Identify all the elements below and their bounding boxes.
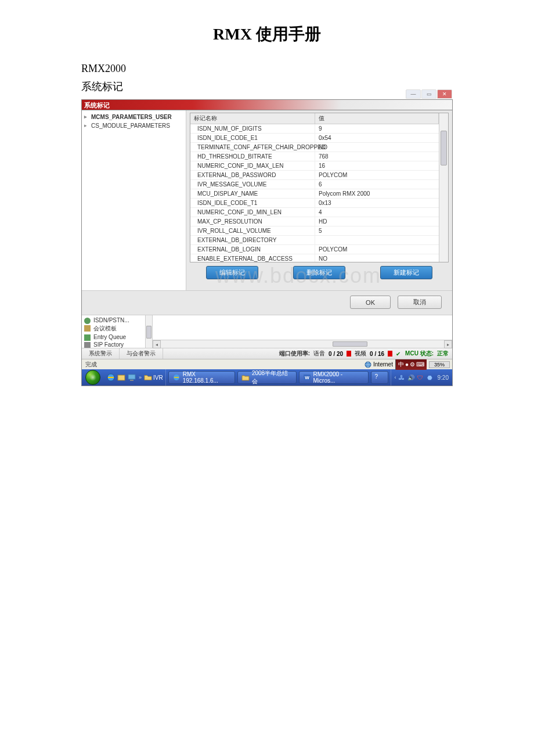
cell-value: 768 xyxy=(315,152,439,161)
zoom-level[interactable]: 35% xyxy=(429,361,450,368)
tray-expand-icon[interactable]: ‹ xyxy=(395,375,396,380)
cell-name: EXTERNAL_DB_PASSWORD xyxy=(190,171,315,179)
nav-scrollbar[interactable] xyxy=(146,315,153,348)
desktop-icon[interactable] xyxy=(127,373,136,382)
nav-scrollbar-thumb[interactable] xyxy=(146,326,151,339)
video-label: 视频 xyxy=(355,350,366,358)
table-row[interactable]: TERMINATE_CONF_AFTER_CHAIR_DROPPEDNO xyxy=(190,143,439,152)
table-row[interactable]: EXTERNAL_DB_PASSWORDPOLYCOM xyxy=(190,171,439,180)
ie-security-zone[interactable]: Internet xyxy=(365,361,393,368)
window-maximize-button[interactable]: ▭ xyxy=(421,89,436,99)
ie-icon[interactable] xyxy=(106,373,116,382)
content-area: ◂ ▸ xyxy=(153,315,452,348)
tree-item-mcms[interactable]: MCMS_PARAMETERS_USER xyxy=(82,113,186,121)
table-row[interactable]: EXTERNAL_DB_LOGINPOLYCOM xyxy=(190,245,439,254)
scrollbar-thumb[interactable] xyxy=(441,131,447,165)
cell-name: TERMINATE_CONF_AFTER_CHAIR_DROPPED xyxy=(190,143,315,152)
table-row[interactable]: EXTERNAL_DB_DIRECTORY xyxy=(190,236,439,245)
explorer-icon[interactable] xyxy=(117,373,126,382)
delete-flag-button[interactable]: 删除标记 xyxy=(293,266,345,279)
cancel-button[interactable]: 取消 xyxy=(398,296,442,309)
video-bar-icon xyxy=(388,351,392,357)
video-value: 0 / 16 xyxy=(370,351,384,357)
horizontal-scrollbar[interactable]: ◂ ▸ xyxy=(153,340,452,348)
tab-participant-alert[interactable]: 与会者警示 xyxy=(120,348,163,359)
scroll-left-button[interactable]: ◂ xyxy=(153,340,161,348)
taskbar-task-rmx[interactable]: RMX 192.168.1.6... xyxy=(168,371,235,384)
ql-folder-label: IVR xyxy=(153,375,163,381)
window-close-button[interactable]: ✕ xyxy=(437,89,452,99)
cell-value: POLYCOM xyxy=(315,245,439,254)
cell-value: POLYCOM xyxy=(315,171,439,179)
windows-taskbar: » IVR RMX 192.168.1.6... 2008半年总结会 W RMX… xyxy=(82,369,452,386)
app-window: — ▭ ✕ 系统标记 MCMS_PARAMETERS_USER CS_MODUL… xyxy=(81,99,453,386)
ime-tool-icon[interactable]: ⚙ xyxy=(410,361,415,368)
cell-name: NUMERIC_CONF_ID_MIN_LEN xyxy=(190,208,315,217)
nav-item-isdn[interactable]: ISDN/PSTN... xyxy=(82,316,145,324)
nav-item-entry-queue[interactable]: Entry Queue xyxy=(82,333,145,341)
start-button[interactable] xyxy=(82,369,104,386)
factory-icon xyxy=(84,342,91,348)
word-icon: W xyxy=(303,373,311,381)
ie-status-text: 完成 xyxy=(82,361,100,369)
ok-button[interactable]: OK xyxy=(350,296,391,309)
table-row[interactable]: ISDN_NUM_OF_DIGITS9 xyxy=(190,124,439,134)
cell-value: HD xyxy=(315,217,439,226)
svg-text:W: W xyxy=(305,375,309,380)
edit-flag-button[interactable]: 编辑标记 xyxy=(206,266,258,279)
shield-icon[interactable]: 🛡 xyxy=(417,374,424,381)
svg-rect-4 xyxy=(130,380,134,381)
document-title: RMX 使用手册 xyxy=(0,23,534,45)
task-label: 2008半年总结会 xyxy=(252,369,293,386)
grid-body: ISDN_NUM_OF_DIGITS9 ISDN_IDLE_CODE_E10x5… xyxy=(190,124,439,262)
cell-name: ISDN_NUM_OF_DIGITS xyxy=(190,124,315,133)
nav-item-label: ISDN/PSTN... xyxy=(93,317,129,323)
folder-open-icon xyxy=(241,373,250,381)
volume-icon[interactable]: 🔊 xyxy=(407,374,415,381)
chevron-right-icon[interactable]: » xyxy=(138,375,143,380)
cell-value xyxy=(315,236,439,244)
globe-icon xyxy=(365,361,371,368)
nav-item-template[interactable]: 会议模板 xyxy=(82,324,145,333)
network-icon[interactable]: 🖧 xyxy=(398,374,406,381)
table-row[interactable]: NUMERIC_CONF_ID_MAX_LEN16 xyxy=(190,161,439,171)
cell-value: 0x54 xyxy=(315,134,439,142)
column-header-name[interactable]: 标记名称 xyxy=(190,113,315,124)
new-flag-button[interactable]: 新建标记 xyxy=(380,266,432,279)
mcu-status-label: MCU 状态: xyxy=(405,350,434,358)
tab-system-alert[interactable]: 系统警示 xyxy=(82,348,120,359)
grid-scrollbar[interactable] xyxy=(439,113,448,262)
table-row[interactable]: ISDN_IDLE_CODE_E10x54 xyxy=(190,134,439,143)
cell-name: EXTERNAL_DB_DIRECTORY xyxy=(190,236,315,244)
table-row[interactable]: HD_THRESHOLD_BITRATE768 xyxy=(190,152,439,161)
clock[interactable]: 9:20 xyxy=(435,375,449,381)
taskbar-task-folder[interactable]: 2008半年总结会 xyxy=(237,371,297,384)
window-minimize-button[interactable]: — xyxy=(406,89,421,99)
task-label: RMX2000 - Micros... xyxy=(313,371,365,384)
cell-name: MCU_DISPLAY_NAME xyxy=(190,189,315,198)
hscroll-thumb[interactable] xyxy=(333,341,367,347)
taskbar-task-word[interactable]: W RMX2000 - Micros... xyxy=(299,371,369,384)
scroll-right-button[interactable]: ▸ xyxy=(444,340,452,348)
ime-indicator[interactable]: 中 xyxy=(398,361,404,369)
nav-item-label: SIP Factory xyxy=(93,341,124,348)
cell-value: 6 xyxy=(315,180,439,189)
taskbar-task-help[interactable]: ? xyxy=(371,371,388,384)
table-row[interactable]: NUMERIC_CONF_ID_MIN_LEN4 xyxy=(190,208,439,217)
app-tray-icon[interactable]: ⬣ xyxy=(426,374,434,381)
cell-name: IVR_MESSAGE_VOLUME xyxy=(190,180,315,189)
table-row[interactable]: IVR_ROLL_CALL_VOLUME5 xyxy=(190,226,439,236)
table-row[interactable]: MAX_CP_RESOLUTIONHD xyxy=(190,217,439,226)
table-row[interactable]: MCU_DISPLAY_NAMEPolycom RMX 2000 xyxy=(190,189,439,199)
table-row[interactable]: IVR_MESSAGE_VOLUME6 xyxy=(190,180,439,189)
tree-item-cs-module[interactable]: CS_MODULE_PARAMETERS xyxy=(82,121,186,130)
language-bar[interactable]: 中 ● ⚙ ⌨ xyxy=(395,359,427,370)
ime-keyboard-icon[interactable]: ⌨ xyxy=(416,361,424,368)
cell-value: 0x13 xyxy=(315,199,439,207)
ime-icon[interactable]: ● xyxy=(405,361,409,368)
folder-icon[interactable] xyxy=(144,373,152,382)
nav-item-sip-factory[interactable]: SIP Factory xyxy=(82,341,145,348)
table-row[interactable]: ISDN_IDLE_CODE_T10x13 xyxy=(190,199,439,208)
table-row[interactable]: ENABLE_EXTERNAL_DB_ACCESSNO xyxy=(190,254,439,262)
column-header-value[interactable]: 值 xyxy=(315,113,439,124)
